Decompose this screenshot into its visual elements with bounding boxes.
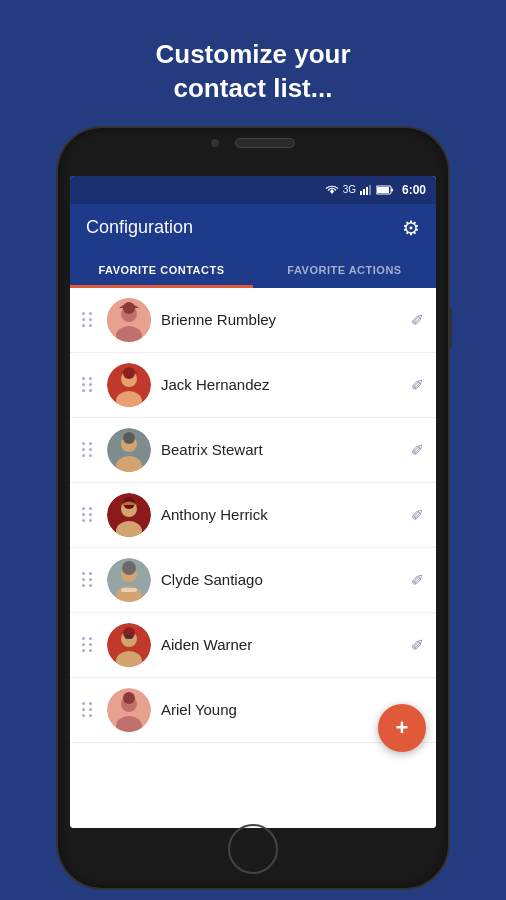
fab-add-button[interactable]: + — [378, 704, 426, 752]
app-title: Configuration — [86, 217, 193, 238]
edit-icon[interactable]: ✏ — [406, 568, 429, 591]
status-time: 6:00 — [402, 183, 426, 197]
drag-handle[interactable] — [82, 442, 93, 457]
drag-handle[interactable] — [82, 637, 93, 652]
edit-icon[interactable]: ✏ — [406, 438, 429, 461]
contact-name: Clyde Santiago — [161, 571, 401, 588]
svg-marker-0 — [330, 189, 334, 194]
svg-rect-4 — [369, 185, 371, 195]
drag-handle[interactable] — [82, 377, 93, 392]
headline-line2: contact list... — [174, 73, 333, 103]
contact-name: Jack Hernandez — [161, 376, 401, 393]
list-item: Anthony Herrick ✏ — [70, 483, 436, 548]
settings-icon[interactable]: ⚙ — [402, 216, 420, 240]
phone-home-button[interactable] — [228, 824, 278, 874]
avatar — [107, 298, 151, 342]
wifi-icon — [325, 185, 339, 195]
tab-favorite-actions[interactable]: FAVORITE ACTIONS — [253, 252, 436, 288]
contact-name: Anthony Herrick — [161, 506, 401, 523]
phone-side-button — [448, 308, 452, 348]
list-item: Jack Hernandez ✏ — [70, 353, 436, 418]
svg-rect-33 — [125, 635, 133, 639]
edit-icon[interactable]: ✏ — [406, 503, 429, 526]
svg-point-27 — [122, 561, 136, 575]
contact-list: Brienne Rumbley ✏ — [70, 288, 436, 828]
headline: Customize your contact list... — [155, 38, 350, 106]
signal-icon — [360, 185, 372, 195]
edit-icon[interactable]: ✏ — [406, 373, 429, 396]
list-item: Clyde Santiago ✏ — [70, 548, 436, 613]
avatar — [107, 493, 151, 537]
list-item: Ariel Young + — [70, 678, 436, 743]
list-item: Beatrix Stewart ✏ — [70, 418, 436, 483]
phone-top-bar — [136, 138, 370, 148]
svg-rect-7 — [391, 188, 393, 191]
battery-icon — [376, 185, 394, 195]
tab-bar: FAVORITE CONTACTS FAVORITE ACTIONS — [70, 252, 436, 288]
avatar — [107, 428, 151, 472]
svg-point-19 — [123, 432, 135, 444]
svg-rect-3 — [366, 187, 368, 195]
speaker-grill — [235, 138, 295, 148]
svg-rect-1 — [360, 191, 362, 195]
headline-line1: Customize your — [155, 39, 350, 69]
drag-handle[interactable] — [82, 702, 93, 717]
contact-name: Brienne Rumbley — [161, 311, 401, 328]
drag-handle[interactable] — [82, 312, 93, 327]
svg-rect-2 — [363, 189, 365, 195]
drag-handle[interactable] — [82, 572, 93, 587]
phone-screen: 3G 6:00 Configuration ⚙ FAVORI — [70, 176, 436, 828]
list-item: Aiden Warner ✏ — [70, 613, 436, 678]
avatar — [107, 688, 151, 732]
app-header: Configuration ⚙ — [70, 204, 436, 252]
edit-icon[interactable]: ✏ — [406, 308, 429, 331]
svg-rect-6 — [377, 187, 389, 193]
avatar — [107, 363, 151, 407]
edit-icon[interactable]: ✏ — [406, 633, 429, 656]
phone-frame: 3G 6:00 Configuration ⚙ FAVORI — [58, 128, 448, 888]
camera-dot — [211, 139, 219, 147]
contact-name: Aiden Warner — [161, 636, 401, 653]
network-indicator: 3G — [343, 184, 356, 195]
list-item: Brienne Rumbley ✏ — [70, 288, 436, 353]
svg-point-37 — [123, 692, 135, 704]
tab-favorite-contacts[interactable]: FAVORITE CONTACTS — [70, 252, 253, 288]
contact-name: Beatrix Stewart — [161, 441, 401, 458]
avatar — [107, 558, 151, 602]
svg-rect-28 — [121, 588, 137, 592]
drag-handle[interactable] — [82, 507, 93, 522]
avatar — [107, 623, 151, 667]
status-bar: 3G 6:00 — [70, 176, 436, 204]
